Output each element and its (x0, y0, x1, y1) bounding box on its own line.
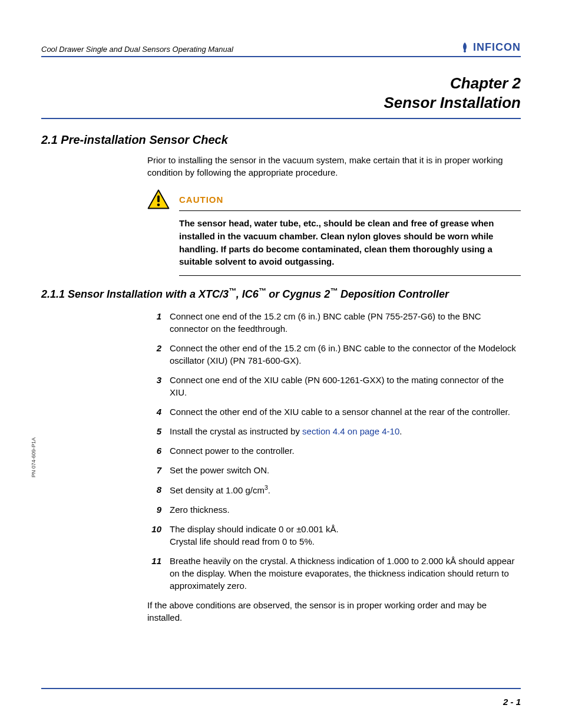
brand-text: INFICON (473, 41, 521, 54)
part-number-sidebar: PN 074-609-P1A (31, 437, 37, 477)
warning-icon (147, 189, 170, 209)
step-8: 8Set density at 1.00 g/cm3. (147, 483, 521, 496)
caution-text: The sensor head, water tube, etc., shoul… (179, 217, 521, 268)
footer-rule (41, 688, 521, 689)
running-title: Cool Drawer Single and Dual Sensors Oper… (41, 45, 233, 54)
step-1: 1Connect one end of the 15.2 cm (6 in.) … (147, 310, 521, 335)
step-3: 3Connect one end of the XIU cable (PN 60… (147, 374, 521, 398)
cross-ref-link[interactable]: section 4.4 on page 4-10 (302, 426, 399, 436)
svg-rect-2 (157, 196, 160, 202)
chapter-title: Chapter 2 Sensor Installation (41, 74, 521, 119)
logo-icon (459, 42, 471, 54)
caution-block: CAUTION The sensor head, water tube, etc… (147, 189, 521, 276)
step-2: 2Connect the other end of the 15.2 cm (6… (147, 342, 521, 367)
step-6: 6Connect power to the controller. (147, 444, 521, 457)
page-number: 2 - 1 (503, 697, 521, 707)
section-2-1-heading: 2.1 Pre-installation Sensor Check (41, 133, 521, 147)
section-2-1-intro: Prior to installing the sensor in the va… (147, 154, 521, 179)
step-5: 5Install the crystal as instructed by se… (147, 425, 521, 437)
step-4: 4Connect the other end of the XIU cable … (147, 406, 521, 418)
caution-rule-top (179, 210, 521, 211)
step-11: 11Breathe heavily on the crystal. A thic… (147, 555, 521, 592)
page-header: Cool Drawer Single and Dual Sensors Oper… (41, 41, 521, 57)
chapter-name: Sensor Installation (41, 93, 521, 113)
step-7: 7Set the power switch ON. (147, 464, 521, 476)
svg-point-3 (157, 203, 160, 206)
closing-paragraph: If the above conditions are observed, th… (147, 599, 521, 624)
step-9: 9Zero thickness. (147, 503, 521, 516)
chapter-number: Chapter 2 (41, 74, 521, 93)
section-2-1-1-heading: 2.1.1 Sensor Installation with a XTC/3™,… (41, 286, 521, 302)
svg-point-0 (464, 50, 466, 52)
step-10: 10The display should indicate 0 or ±0.00… (147, 523, 521, 548)
caution-label: CAUTION (179, 195, 223, 205)
brand-logo: INFICON (459, 41, 521, 54)
caution-rule-bottom (179, 275, 521, 276)
step-list: 1Connect one end of the 15.2 cm (6 in.) … (147, 310, 521, 592)
